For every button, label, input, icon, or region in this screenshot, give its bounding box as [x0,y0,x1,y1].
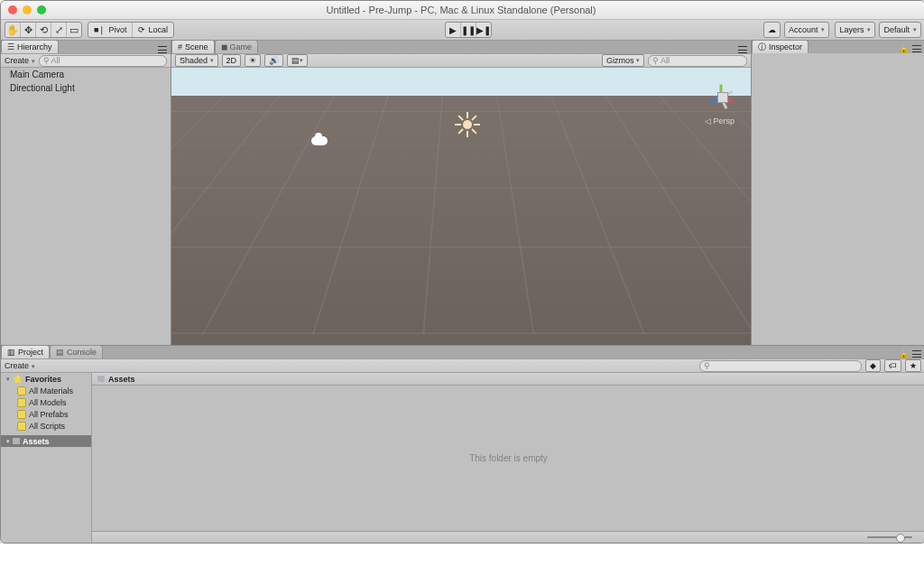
step-button-icon[interactable]: ▶❚ [476,23,491,37]
scene-audio-toggle-icon[interactable]: 🔊 [264,54,283,67]
layers-dropdown[interactable]: Layers▾ [835,22,875,38]
minimize-window-icon[interactable] [23,5,32,14]
hierarchy-create-dropdown[interactable]: Create ▾ [5,56,35,65]
play-button-icon[interactable]: ▶ [446,23,461,37]
project-folder-contents: This folder is empty [92,386,924,531]
search-filter-icon [17,398,26,407]
search-icon: ⚲ [43,56,50,65]
search-label-icon[interactable]: 🏷 [884,359,901,372]
hand-tool-icon[interactable]: ✋ [5,23,21,37]
project-favorite-item[interactable]: All Prefabs [1,408,91,420]
scale-tool-icon[interactable]: ⤢ [51,23,67,37]
tab-project[interactable]: ▥Project [1,345,50,358]
local-toggle[interactable]: ⟳Local [133,23,173,37]
pause-button-icon[interactable]: ❚❚ [461,23,476,37]
main-toolbar: ✋ ✥ ⟲ ⤢ ▭ ■❘Pivot ⟳Local ▶ ❚❚ ▶❚ ☁ Accou… [1,20,924,41]
panel-menu-icon[interactable] [738,46,747,53]
tab-inspector[interactable]: ⓘInspector [752,40,808,53]
scene-panel: #Scene ◼Game Shaded ▾ 2D ☀ 🔊 ▤▾ Gizmos ▾… [171,41,752,345]
rect-tool-icon[interactable]: ▭ [67,23,81,37]
search-icon: ⚲ [704,361,710,370]
layout-dropdown[interactable]: Default▾ [879,22,921,38]
cloud-button[interactable]: ☁ [763,22,781,38]
window-titlebar: Untitled - Pre-Jump - PC, Mac & Linux St… [1,1,924,20]
orientation-gizmo[interactable] [704,79,740,115]
2d-toggle[interactable]: 2D [222,54,242,67]
scene-viewport[interactable]: ◁ Persp [171,68,751,345]
project-search-input[interactable]: ⚲ [699,360,862,372]
account-dropdown[interactable]: Account▾ [784,22,830,38]
pivot-toggle[interactable]: ■❘Pivot [88,23,133,37]
project-assets-folder[interactable]: ▾Assets [1,435,91,447]
project-icon: ▥ [7,348,15,357]
scene-fx-dropdown-icon[interactable]: ▤▾ [287,54,308,67]
panel-menu-icon[interactable] [912,350,921,358]
shading-mode-dropdown[interactable]: Shaded ▾ [175,54,218,67]
tab-console[interactable]: ▤Console [50,345,103,358]
search-filter-icon [17,386,26,395]
hierarchy-icon: ☰ [7,42,14,51]
project-favorite-item[interactable]: All Scripts [1,420,91,432]
tab-scene[interactable]: #Scene [171,40,215,53]
console-icon: ▤ [56,348,64,357]
zoom-window-icon[interactable] [37,5,46,14]
lock-icon[interactable]: 🔒 [899,349,909,358]
disclosure-triangle-icon[interactable]: ▾ [6,438,10,445]
project-tree: ▾⭐Favorites All Materials All Models All… [1,373,92,543]
disclosure-triangle-icon[interactable]: ▾ [6,376,10,383]
search-filter-icon[interactable]: ◆ [865,359,881,372]
tab-hierarchy[interactable]: ☰Hierarchy [1,40,59,53]
folder-icon [97,376,105,382]
window-title: Untitled - Pre-Jump - PC, Mac & Linux St… [46,5,876,15]
rotate-tool-icon[interactable]: ⟲ [36,23,51,37]
transform-tool-group: ✋ ✥ ⟲ ⤢ ▭ [5,22,82,38]
inspector-panel: ⓘInspector 🔒 [752,41,924,345]
scene-light-toggle-icon[interactable]: ☀ [245,54,261,67]
thumbnail-size-slider[interactable] [867,536,912,538]
project-breadcrumb[interactable]: Assets [92,373,924,386]
project-favorite-item[interactable]: All Materials [1,385,91,396]
camera-gizmo-icon[interactable] [311,136,328,145]
close-window-icon[interactable] [8,5,17,14]
folder-icon [13,438,20,444]
project-favorite-item[interactable]: All Models [1,396,91,408]
hierarchy-item[interactable]: Main Camera [1,68,171,81]
game-icon: ◼ [221,42,227,51]
playback-controls: ▶ ❚❚ ▶❚ [445,22,492,38]
project-panel: ▥Project ▤Console 🔒 Create ▾ ⚲ ◆ 🏷 ★ ▾⭐F… [1,345,924,543]
move-tool-icon[interactable]: ✥ [21,23,36,37]
lock-icon[interactable]: 🔒 [899,44,909,53]
gizmos-dropdown[interactable]: Gizmos ▾ [602,54,644,67]
hierarchy-item[interactable]: Directional Light [1,81,171,95]
hierarchy-search-input[interactable]: ⚲ All [39,55,167,67]
project-favorites[interactable]: ▾⭐Favorites [1,373,91,385]
panel-menu-icon[interactable] [912,45,921,52]
search-icon: ⚲ [652,56,659,65]
inspector-icon: ⓘ [758,42,766,53]
handle-mode-group: ■❘Pivot ⟳Local [88,22,174,38]
scene-search-input[interactable]: ⚲ All [648,55,747,67]
hierarchy-panel: ☰Hierarchy Create ▾ ⚲ All Main Camera Di… [1,41,171,345]
panel-menu-icon[interactable] [158,46,167,53]
search-filter-icon [17,410,26,419]
search-save-icon[interactable]: ★ [905,359,921,372]
search-filter-icon [17,422,26,431]
projection-label[interactable]: ◁ Persp [705,116,735,126]
scene-icon: # [178,42,182,51]
directional-light-gizmo-icon[interactable] [456,113,479,136]
tab-game[interactable]: ◼Game [215,40,259,53]
project-create-dropdown[interactable]: Create ▾ [5,361,35,370]
